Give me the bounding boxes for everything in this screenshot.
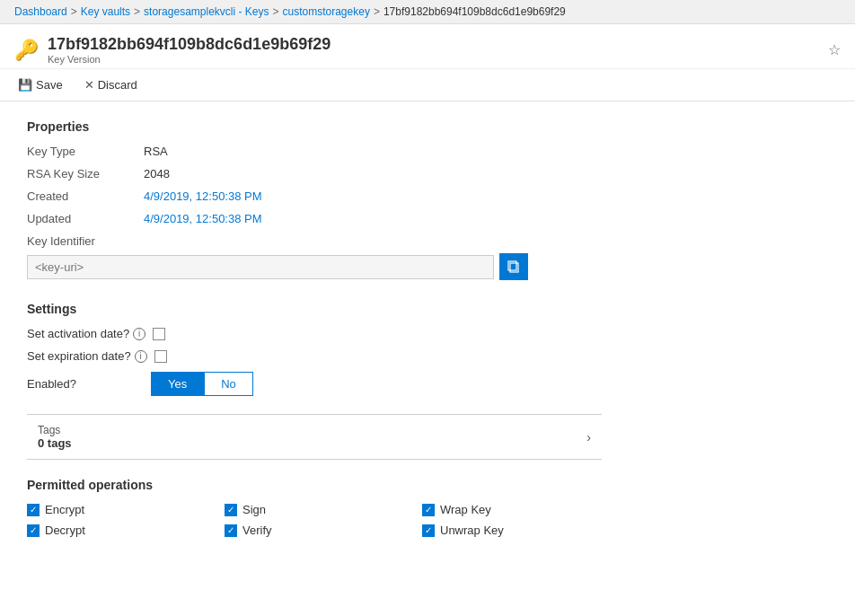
perm-checkbox-sign[interactable] bbox=[225, 504, 237, 516]
save-button[interactable]: 💾 Save bbox=[14, 76, 66, 93]
breadcrumb-current: 17bf9182bb694f109b8dc6d1e9b69f29 bbox=[383, 5, 566, 18]
perm-checkbox-wrap-key[interactable] bbox=[422, 504, 435, 516]
perm-item-unwrap-key: Unwrap Key bbox=[422, 524, 602, 537]
key-icon: 🔑 bbox=[14, 39, 39, 62]
perm-item-encrypt: Encrypt bbox=[27, 503, 207, 516]
discard-button[interactable]: ✕ Discard bbox=[81, 76, 141, 93]
expiration-label: Set expiration date? i bbox=[27, 349, 147, 363]
settings-section: Settings Set activation date? i Set expi… bbox=[27, 302, 602, 396]
key-identifier-input-row bbox=[27, 253, 602, 280]
page-header-left: 🔑 17bf9182bb694f109b8dc6d1e9b69f29 Key V… bbox=[14, 35, 331, 65]
key-identifier-section: Key Identifier bbox=[27, 234, 602, 280]
toolbar: 💾 Save ✕ Discard bbox=[0, 69, 855, 101]
updated-label: Updated bbox=[27, 212, 144, 225]
activation-checkbox[interactable] bbox=[153, 328, 165, 340]
key-identifier-input[interactable] bbox=[27, 255, 494, 279]
page-title-block: 17bf9182bb694f109b8dc6d1e9b69f29 Key Ver… bbox=[48, 35, 331, 65]
perm-label-wrap-key: Wrap Key bbox=[440, 503, 491, 516]
permitted-operations-title: Permitted operations bbox=[27, 478, 602, 492]
discard-icon: ✕ bbox=[84, 78, 94, 92]
page-header: 🔑 17bf9182bb694f109b8dc6d1e9b69f29 Key V… bbox=[0, 24, 855, 69]
breadcrumb-dashboard[interactable]: Dashboard bbox=[14, 5, 67, 18]
expiration-checkbox[interactable] bbox=[154, 350, 167, 363]
perm-label-encrypt: Encrypt bbox=[45, 503, 84, 516]
page-subtitle: Key Version bbox=[48, 54, 331, 65]
copy-icon bbox=[507, 260, 521, 274]
perm-item-sign: Sign bbox=[225, 503, 404, 516]
perm-label-unwrap-key: Unwrap Key bbox=[440, 524, 504, 537]
page-title: 17bf9182bb694f109b8dc6d1e9b69f29 bbox=[48, 35, 331, 54]
perm-checkbox-decrypt[interactable] bbox=[27, 524, 40, 537]
perm-checkbox-encrypt[interactable] bbox=[27, 504, 40, 516]
breadcrumb-sep-1: > bbox=[71, 5, 77, 18]
breadcrumb: Dashboard > Key vaults > storagesamplekv… bbox=[0, 0, 855, 24]
enabled-label: Enabled? bbox=[27, 377, 144, 391]
breadcrumb-sep-2: > bbox=[134, 5, 140, 18]
properties-title: Properties bbox=[27, 119, 602, 134]
perm-label-sign: Sign bbox=[242, 503, 266, 516]
discard-label: Discard bbox=[98, 78, 137, 92]
expiration-date-row: Set expiration date? i bbox=[27, 349, 602, 363]
created-value: 4/9/2019, 12:50:38 PM bbox=[144, 189, 262, 203]
tags-count: 0 tags bbox=[38, 436, 72, 450]
settings-title: Settings bbox=[27, 302, 602, 316]
tags-title: Tags bbox=[38, 424, 72, 436]
key-type-label: Key Type bbox=[27, 145, 144, 158]
breadcrumb-customstoragekey[interactable]: customstoragekey bbox=[283, 5, 370, 18]
perm-item-wrap-key: Wrap Key bbox=[422, 503, 602, 516]
permitted-operations-grid: EncryptSignWrap KeyDecryptVerifyUnwrap K… bbox=[27, 503, 602, 537]
save-label: Save bbox=[36, 78, 63, 92]
rsa-key-size-row: RSA Key Size 2048 bbox=[27, 167, 602, 180]
perm-item-decrypt: Decrypt bbox=[27, 524, 207, 537]
no-toggle[interactable]: No bbox=[204, 372, 253, 396]
tags-section[interactable]: Tags 0 tags › bbox=[27, 414, 602, 460]
key-identifier-label: Key Identifier bbox=[27, 234, 602, 248]
breadcrumb-keyvaults[interactable]: Key vaults bbox=[81, 5, 130, 18]
copy-button[interactable] bbox=[499, 253, 528, 280]
tags-chevron-icon: › bbox=[586, 430, 591, 444]
enabled-row: Enabled? Yes No bbox=[27, 372, 602, 396]
tags-left: Tags 0 tags bbox=[38, 424, 72, 450]
created-row: Created 4/9/2019, 12:50:38 PM bbox=[27, 189, 602, 203]
favorite-icon[interactable]: ☆ bbox=[828, 41, 841, 58]
rsa-key-size-value: 2048 bbox=[144, 167, 170, 180]
activation-label: Set activation date? i bbox=[27, 327, 145, 340]
breadcrumb-keys[interactable]: storagesamplekvcli - Keys bbox=[144, 5, 269, 18]
perm-label-verify: Verify bbox=[242, 524, 272, 537]
perm-checkbox-unwrap-key[interactable] bbox=[422, 524, 435, 537]
key-type-row: Key Type RSA bbox=[27, 145, 602, 158]
breadcrumb-sep-4: > bbox=[374, 5, 380, 18]
key-type-value: RSA bbox=[144, 145, 168, 158]
updated-value: 4/9/2019, 12:50:38 PM bbox=[144, 212, 262, 225]
expiration-info-icon[interactable]: i bbox=[135, 350, 147, 363]
perm-label-decrypt: Decrypt bbox=[45, 524, 85, 537]
created-label: Created bbox=[27, 189, 144, 203]
perm-item-verify: Verify bbox=[225, 524, 404, 537]
rsa-key-size-label: RSA Key Size bbox=[27, 167, 144, 180]
activation-date-row: Set activation date? i bbox=[27, 327, 602, 340]
perm-checkbox-verify[interactable] bbox=[225, 524, 237, 537]
breadcrumb-sep-3: > bbox=[273, 5, 279, 18]
permitted-operations-section: Permitted operations EncryptSignWrap Key… bbox=[27, 478, 602, 537]
activation-info-icon[interactable]: i bbox=[133, 328, 145, 340]
save-icon: 💾 bbox=[18, 78, 32, 92]
yes-toggle[interactable]: Yes bbox=[151, 372, 204, 396]
enabled-toggle-group: Yes No bbox=[151, 372, 253, 396]
updated-row: Updated 4/9/2019, 12:50:38 PM bbox=[27, 212, 602, 225]
main-content: Properties Key Type RSA RSA Key Size 204… bbox=[0, 101, 629, 555]
